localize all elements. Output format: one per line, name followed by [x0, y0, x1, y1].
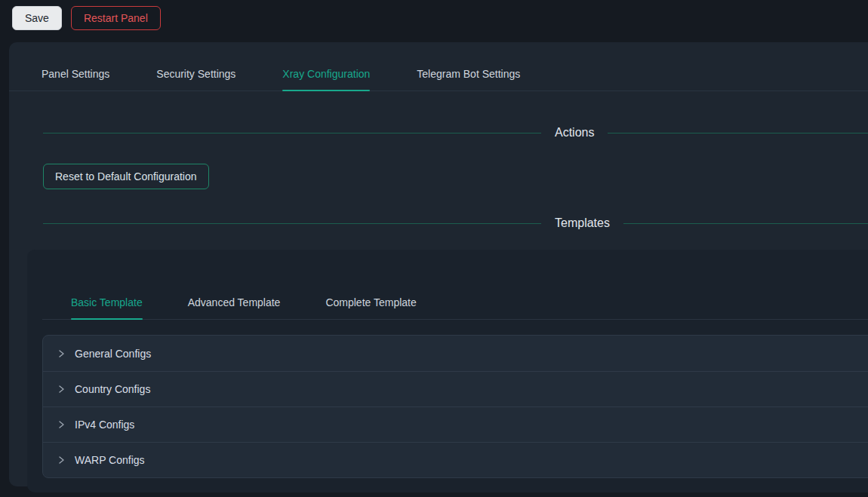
divider-line — [608, 133, 868, 133]
collapse-header-label: Country Configs — [75, 383, 150, 395]
main-tab-bar: Panel Settings Security Settings Xray Co… — [9, 42, 868, 91]
template-collapse-list: General Configs Country Configs IPv4 Con… — [42, 335, 868, 478]
collapse-header-label: General Configs — [75, 348, 151, 360]
chevron-right-icon — [57, 385, 66, 394]
tab-complete-template[interactable]: Complete Template — [325, 287, 416, 319]
collapse-header-warp-configs[interactable]: WARP Configs — [43, 442, 868, 477]
actions-divider-label: Actions — [541, 126, 608, 140]
collapse-header-general-configs[interactable]: General Configs — [43, 336, 868, 371]
page: Save Restart Panel Panel Settings Securi… — [0, 0, 868, 497]
tab-panel-settings[interactable]: Panel Settings — [42, 59, 109, 91]
template-tab-bar: Basic Template Advanced Template Complet… — [42, 265, 868, 320]
collapse-header-ipv4-configs[interactable]: IPv4 Configs — [43, 406, 868, 442]
collapse-header-label: WARP Configs — [75, 454, 145, 466]
settings-card: Panel Settings Security Settings Xray Co… — [9, 42, 868, 486]
tab-xray-configuration[interactable]: Xray Configuration — [282, 59, 370, 91]
tab-advanced-template[interactable]: Advanced Template — [188, 287, 281, 319]
topbar: Save Restart Panel — [0, 0, 868, 36]
restart-panel-button[interactable]: Restart Panel — [71, 6, 161, 30]
divider-line — [623, 223, 868, 224]
tab-security-settings[interactable]: Security Settings — [156, 59, 235, 91]
tab-basic-template[interactable]: Basic Template — [71, 287, 143, 319]
collapse-header-label: IPv4 Configs — [75, 419, 134, 431]
actions-divider: Actions — [43, 126, 868, 140]
templates-divider-label: Templates — [541, 216, 623, 230]
chevron-right-icon — [57, 456, 66, 465]
xray-configuration-panel: Actions Reset to Default Configuration T… — [9, 91, 868, 492]
chevron-right-icon — [57, 349, 66, 358]
templates-divider: Templates — [43, 216, 868, 230]
divider-line — [43, 133, 541, 133]
templates-card: Basic Template Advanced Template Complet… — [27, 250, 868, 492]
save-button[interactable]: Save — [12, 6, 62, 30]
divider-line — [43, 223, 541, 224]
tab-telegram-bot-settings[interactable]: Telegram Bot Settings — [417, 59, 520, 91]
collapse-header-country-configs[interactable]: Country Configs — [43, 371, 868, 406]
chevron-right-icon — [57, 420, 66, 429]
reset-default-configuration-button[interactable]: Reset to Default Configuration — [43, 164, 209, 189]
